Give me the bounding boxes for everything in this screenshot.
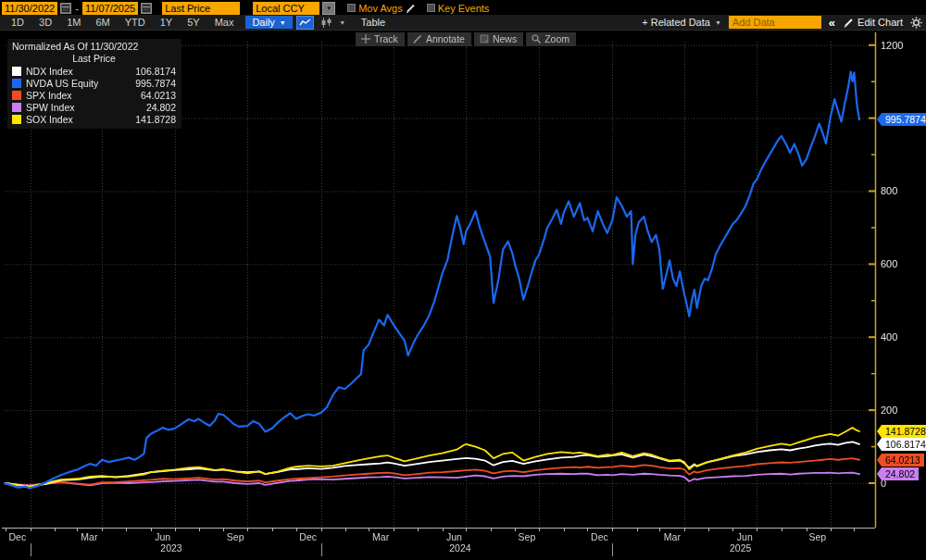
range-tab-3d[interactable]: 3D (31, 16, 59, 29)
legend-series-value: 141.8728 (135, 114, 176, 125)
y-axis-tick-label: 400 (881, 331, 897, 342)
y-axis-tick-label: 200 (881, 404, 897, 416)
x-axis-year-label: 2024 (449, 542, 470, 554)
x-axis-month-label: Sep (519, 531, 536, 542)
legend-series-name: SPW Index (26, 102, 75, 113)
track-label: Track (374, 33, 398, 44)
legend-column-header: Last Price (12, 53, 176, 64)
legend-swatch-icon (12, 115, 21, 124)
legend-entry[interactable]: NDX Index106.8174 (12, 65, 176, 77)
key-events-checkbox[interactable] (427, 4, 435, 12)
start-date-field[interactable]: 11/30/2022 (2, 2, 57, 15)
news-label: News (493, 33, 517, 44)
legend-entry[interactable]: SPW Index24.802 (12, 101, 176, 113)
x-axis-year-label: 2023 (160, 542, 181, 554)
x-axis-month-label: Jun (737, 531, 753, 542)
legend-swatch-icon (12, 67, 21, 76)
x-axis-month-label: Mar (81, 531, 97, 542)
table-button[interactable]: Table (361, 17, 385, 28)
legend-series-name: NDX Index (26, 66, 73, 77)
date-range-separator: - (74, 3, 80, 14)
y-axis-tick-label: 600 (881, 258, 897, 269)
collapse-panel-button[interactable]: « (829, 16, 835, 30)
annotate-label: Annotate (426, 33, 465, 44)
candlestick-icon (320, 18, 332, 28)
currency-dropdown-button[interactable]: ▼ (322, 2, 335, 15)
legend-series-value: 106.8174 (135, 66, 176, 77)
news-button[interactable]: News (474, 32, 523, 46)
key-events-label[interactable]: Key Events (438, 3, 490, 14)
caret-down-icon: ▼ (326, 6, 332, 11)
legend-entry[interactable]: SOX Index141.8728 (12, 113, 176, 125)
zoom-button[interactable]: Zoom (526, 32, 576, 46)
legend-series-name: NVDA US Equity (26, 78, 98, 89)
chart-inner-toolbar: Track Annotate News Zoom (356, 32, 576, 46)
track-button[interactable]: Track (356, 32, 405, 46)
last-price-badge: 64.0213 (882, 454, 924, 467)
legend-entry[interactable]: SPX Index64.0213 (12, 89, 176, 101)
y-axis-tick-label: 1200 (881, 40, 903, 51)
toolbar-row-1: 11/30/2022 - 11/07/2025 Last Price Local… (0, 0, 926, 15)
calendar-icon[interactable] (141, 3, 152, 14)
pencil-icon[interactable] (406, 0, 416, 17)
caret-down-icon: ▼ (715, 19, 721, 26)
legend-series-name: SOX Index (26, 114, 73, 125)
x-axis-year-label: 2025 (730, 542, 751, 554)
add-data-input[interactable]: Add Data (729, 16, 821, 29)
range-tab-1m[interactable]: 1M (59, 16, 88, 29)
related-data-button[interactable]: + Related Data ▼ (642, 17, 721, 28)
x-axis-month-label: Dec (9, 531, 27, 542)
zoom-magnifier-icon (532, 34, 541, 44)
legend-entry[interactable]: NVDA US Equity995.7874 (12, 77, 176, 89)
range-tab-max[interactable]: Max (207, 16, 242, 29)
legend-series-value: 995.7874 (135, 78, 176, 89)
zoom-label: Zoom (544, 33, 569, 44)
legend-series-value: 24.802 (146, 102, 176, 113)
annotate-pencil-icon (413, 34, 422, 44)
track-crosshair-icon (361, 34, 370, 44)
last-price-badge: 106.8174 (882, 438, 926, 451)
range-tab-6m[interactable]: 6M (88, 16, 117, 29)
range-tab-ytd[interactable]: YTD (118, 16, 153, 29)
price-type-field[interactable]: Last Price (162, 2, 240, 15)
mov-avgs-checkbox[interactable] (347, 4, 356, 12)
edit-chart-label: Edit Chart (857, 17, 903, 28)
range-tab-5y[interactable]: 5Y (180, 16, 206, 29)
edit-chart-button[interactable]: Edit Chart (843, 17, 903, 28)
x-axis-month-label: Dec (299, 531, 317, 542)
y-axis-tick-label: 800 (881, 185, 897, 196)
legend-swatch-icon (12, 103, 21, 112)
x-axis-month-label: Dec (591, 531, 608, 542)
line-chart-type-button[interactable] (296, 16, 314, 30)
annotate-button[interactable]: Annotate (407, 32, 471, 46)
last-price-badge: 995.7874 (882, 113, 926, 126)
x-axis-month-label: Mar (664, 531, 681, 542)
range-tabs: 1D3D1M6MYTD1Y5YMax (4, 16, 241, 29)
x-axis-month-label: Jun (155, 531, 170, 542)
pencil-icon (843, 18, 854, 28)
end-date-field[interactable]: 11/07/2025 (82, 2, 138, 15)
candlestick-chart-type-button[interactable] (318, 16, 335, 30)
legend-swatch-icon (12, 91, 21, 100)
x-axis-month-label: Sep (227, 531, 244, 542)
legend-series-name: SPX Index (26, 90, 72, 101)
frequency-dropdown[interactable]: Daily ▼ (245, 16, 292, 29)
mov-avgs-label[interactable]: Mov Avgs (358, 3, 403, 14)
calendar-icon[interactable] (60, 3, 71, 14)
toolbar-row-2: 1D3D1M6MYTD1Y5YMax Daily ▼ ▼ Table + Rel… (0, 15, 926, 31)
last-price-badge: 141.8728 (882, 425, 926, 438)
gear-icon[interactable] (910, 17, 922, 29)
x-axis-month-label: Mar (372, 531, 389, 542)
currency-field[interactable]: Local CCY (253, 2, 319, 15)
legend-series-value: 64.0213 (141, 90, 176, 101)
chart-type-dropdown[interactable]: ▼ (336, 19, 349, 26)
related-data-label: + Related Data (642, 17, 710, 28)
last-price-badge: 24.802 (882, 467, 919, 480)
line-chart-icon (299, 19, 311, 27)
range-tab-1y[interactable]: 1Y (153, 16, 180, 29)
legend-title: Normalized As Of 11/30/2022 (12, 41, 176, 52)
legend-swatch-icon (12, 79, 21, 88)
x-axis-month-label: Sep (808, 531, 826, 542)
range-tab-1d[interactable]: 1D (4, 16, 31, 29)
frequency-label: Daily (252, 17, 274, 28)
